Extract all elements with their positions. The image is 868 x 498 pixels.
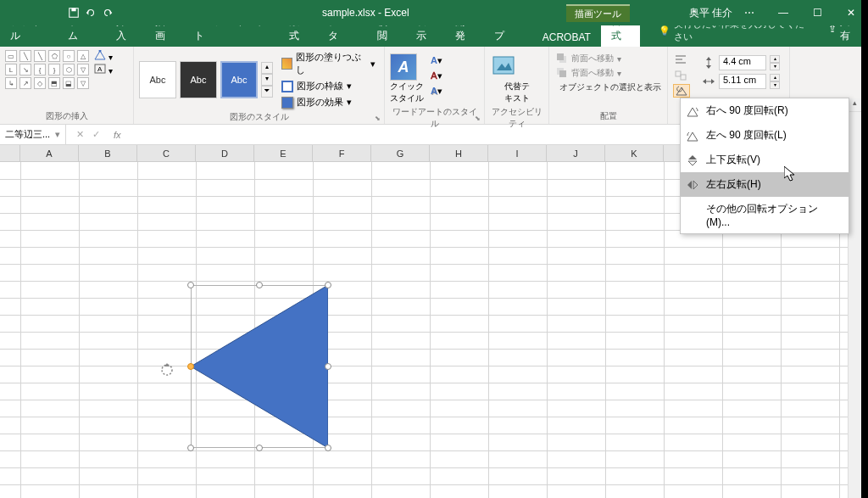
triangle-shape[interactable]: [191, 285, 328, 448]
undo-icon[interactable]: [85, 7, 97, 19]
right-edge: [861, 0, 868, 498]
height-icon: [702, 56, 715, 70]
col-header[interactable]: D: [196, 145, 254, 161]
align-button[interactable]: [673, 53, 690, 67]
textbox-icon: A: [94, 64, 106, 74]
resize-handle-se[interactable]: [325, 445, 331, 451]
vertical-scrollbar[interactable]: ▴: [848, 98, 861, 498]
dialog-launcher-icon[interactable]: ⬊: [375, 115, 381, 122]
selection-pane-button[interactable]: オブジェクトの選択と表示: [554, 81, 662, 94]
svg-marker-26: [703, 79, 706, 84]
ribbon-options-icon[interactable]: ⋯: [732, 0, 766, 25]
wordart-icon: A: [390, 53, 417, 81]
svg-text:A: A: [97, 65, 103, 73]
text-effects-button[interactable]: A▾: [429, 84, 444, 98]
col-header[interactable]: G: [371, 145, 430, 161]
effects-icon: [281, 97, 293, 109]
text-fill-button[interactable]: A▾: [429, 53, 444, 67]
resize-handle-n[interactable]: [256, 282, 263, 288]
svg-rect-1: [71, 8, 75, 12]
scroll-up-icon[interactable]: ▴: [849, 98, 861, 112]
resize-handle-e[interactable]: [325, 363, 331, 370]
bring-forward-button: 前面へ移動 ▾: [554, 52, 662, 65]
svg-marker-3: [110, 10, 113, 14]
maximize-icon[interactable]: ☐: [800, 0, 834, 25]
text-outline-button[interactable]: A▾: [429, 69, 444, 82]
quick-styles-button[interactable]: A クイック スタイル: [390, 53, 424, 104]
style-preset-3[interactable]: Abc: [220, 61, 258, 98]
menu-rotate-left-90[interactable]: 左へ 90 度回転(L): [681, 123, 849, 148]
col-header[interactable]: I: [488, 145, 547, 161]
group-label: 図形の挿入: [5, 109, 128, 122]
text-box-button[interactable]: A ▾: [94, 64, 113, 76]
rotate-button[interactable]: [673, 84, 690, 98]
width-field[interactable]: 5.11 cm ▴▾: [702, 74, 784, 89]
col-header[interactable]: K: [605, 145, 664, 161]
shape-effects-button[interactable]: 図形の効果 ▾: [278, 95, 379, 109]
height-value[interactable]: 4.4 cm: [719, 55, 766, 70]
alt-text-label: 代替テ キスト: [490, 81, 543, 104]
group-label: アクセシビリティ: [490, 104, 543, 130]
quick-styles-label: クイック スタイル: [390, 81, 424, 104]
fill-icon: [281, 58, 292, 70]
style-preset-1[interactable]: Abc: [139, 61, 176, 98]
shape-fill-button[interactable]: 図形の塗りつぶし ▾: [278, 50, 379, 77]
menu-flip-vertical[interactable]: 上下反転(V): [681, 148, 849, 172]
rotate-handle[interactable]: [160, 363, 174, 377]
send-backward-button: 背面へ移動 ▾: [554, 66, 662, 80]
tab-acrobat[interactable]: ACROBAT: [532, 28, 601, 47]
height-field[interactable]: 4.4 cm ▴▾: [702, 55, 784, 70]
col-header[interactable]: B: [79, 145, 137, 161]
user-name[interactable]: 奥平 佳介: [689, 6, 732, 20]
selected-shape[interactable]: [191, 285, 328, 448]
flip-vertical-icon: [686, 154, 699, 167]
menu-more-rotation-options[interactable]: その他の回転オプション(M)...: [681, 197, 849, 233]
col-header[interactable]: A: [20, 145, 79, 161]
shape-style-gallery[interactable]: Abc Abc Abc ▴▾⏷: [139, 50, 273, 109]
menu-label: 左へ 90 度回転(L): [706, 128, 787, 143]
redo-icon[interactable]: [102, 7, 114, 19]
enter-formula-icon[interactable]: ✓: [92, 129, 100, 140]
col-header[interactable]: C: [137, 145, 196, 161]
name-box[interactable]: 二等辺三... ▾: [0, 125, 66, 144]
menu-flip-horizontal[interactable]: 左右反転(H): [681, 172, 849, 197]
menu-label: 上下反転(V): [706, 153, 760, 167]
minimize-icon[interactable]: —: [766, 0, 800, 25]
height-spinner[interactable]: ▴▾: [770, 55, 780, 70]
svg-rect-13: [559, 70, 566, 77]
lightbulb-icon: 💡: [659, 25, 670, 36]
resize-handle-s[interactable]: [256, 445, 263, 451]
svg-marker-36: [693, 181, 698, 189]
name-box-value: 二等辺三...: [5, 128, 50, 141]
shape-gallery[interactable]: ▭╲╲⬠○△ L↘{}⬡▽ ↳↗◇⬒⬓▽: [5, 50, 89, 89]
width-value[interactable]: 5.11 cm: [719, 74, 766, 89]
resize-handle-sw[interactable]: [187, 445, 194, 451]
cancel-formula-icon[interactable]: ✕: [76, 129, 84, 140]
fx-icon[interactable]: fx: [110, 130, 125, 140]
dialog-launcher-icon[interactable]: ⬊: [475, 115, 481, 122]
resize-handle-nw[interactable]: [187, 282, 194, 288]
adjust-handle[interactable]: [187, 363, 194, 370]
edit-shape-button[interactable]: ▾: [94, 50, 113, 62]
col-header[interactable]: J: [547, 145, 605, 161]
window-controls: ⋯ — ☐ ✕: [732, 0, 868, 25]
bring-forward-label: 前面へ移動: [571, 53, 614, 64]
width-spinner[interactable]: ▴▾: [770, 74, 780, 89]
contextual-tab-label: 描画ツール: [566, 4, 630, 22]
menu-label: 左右反転(H): [706, 177, 761, 192]
svg-marker-23: [706, 57, 711, 60]
fill-label: 図形の塗りつぶし: [296, 51, 367, 76]
col-header[interactable]: E: [254, 145, 313, 161]
style-preset-2[interactable]: Abc: [180, 61, 217, 98]
col-header[interactable]: H: [430, 145, 488, 161]
select-all-corner[interactable]: [0, 145, 20, 161]
svg-rect-8: [493, 57, 514, 74]
shape-outline-button[interactable]: 図形の枠線 ▾: [278, 79, 379, 93]
resize-handle-ne[interactable]: [325, 282, 331, 288]
style-gallery-scroll[interactable]: ▴▾⏷: [261, 62, 273, 98]
group-label: ワードアートのスタイル: [390, 104, 479, 130]
menu-rotate-right-90[interactable]: 右へ 90 度回転(R): [681, 98, 849, 123]
alt-text-button[interactable]: 代替テ キスト: [490, 50, 543, 104]
save-icon[interactable]: [68, 7, 80, 19]
col-header[interactable]: F: [313, 145, 371, 161]
